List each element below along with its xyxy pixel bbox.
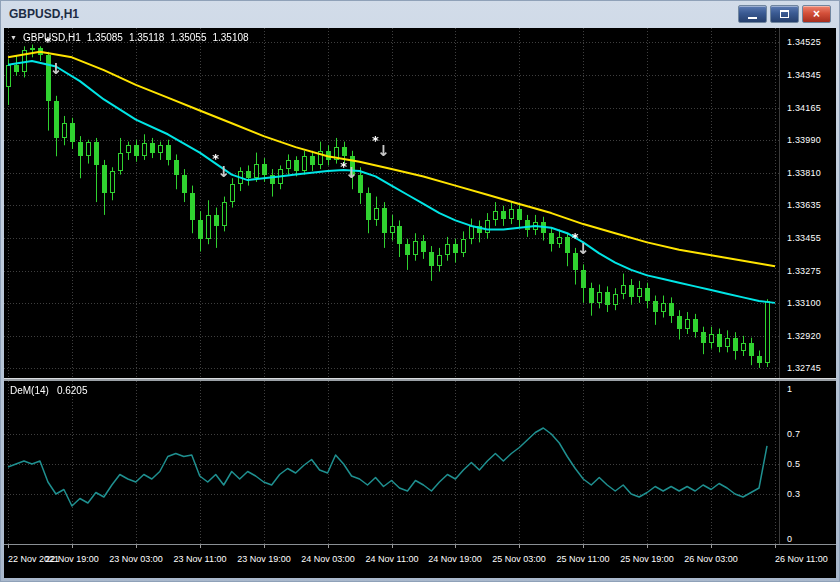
- dem-indicator-canvas[interactable]: [4, 381, 779, 544]
- price-axis[interactable]: 1.345251.343451.341651.339901.338101.336…: [779, 28, 836, 378]
- price-axis-label: 1.33275: [787, 266, 821, 276]
- indicator-axis-label: 1: [787, 384, 792, 394]
- indicator-value: 0.6205: [57, 385, 88, 396]
- time-axis-label: 23 Nov 03:00: [109, 554, 163, 564]
- window-titlebar[interactable]: GBPUSD,H1 ×: [0, 0, 840, 28]
- chart-client-area: ▼ GBPUSD,H1 1.35085 1.35118 1.35055 1.35…: [4, 28, 836, 578]
- close-icon: ×: [813, 8, 820, 20]
- time-axis-label: 22 Nov 19:00: [45, 554, 99, 564]
- price-axis-label: 1.32920: [787, 331, 821, 341]
- time-axis-tick: [583, 545, 584, 548]
- maximize-icon: [780, 10, 789, 18]
- time-axis-tick: [711, 545, 712, 548]
- time-axis-label: 24 Nov 19:00: [428, 554, 482, 564]
- quote-close: 1.35108: [212, 32, 248, 43]
- time-axis-tick: [328, 545, 329, 548]
- price-axis-label: 1.33455: [787, 233, 821, 243]
- price-axis-label: 1.34345: [787, 70, 821, 80]
- window-controls: ×: [738, 5, 831, 23]
- minimize-button[interactable]: [738, 5, 767, 23]
- price-axis-label: 1.33635: [787, 200, 821, 210]
- quote-symbol: GBPUSD,H1: [23, 32, 81, 43]
- time-axis-label: 25 Nov 03:00: [492, 554, 546, 564]
- time-axis-label: 23 Nov 11:00: [174, 554, 227, 564]
- close-button[interactable]: ×: [802, 5, 831, 23]
- time-axis-label: 26 Nov 11:00: [775, 554, 828, 564]
- price-axis-label: 1.33810: [787, 168, 821, 178]
- indicator-axis-label: 0.3: [787, 489, 800, 499]
- indicator-label: DeM(14) 0.6205: [10, 385, 88, 396]
- indicator-pane: DeM(14) 0.6205 10.70.50.30: [4, 381, 836, 544]
- time-axis-tick: [392, 545, 393, 548]
- price-chart-canvas[interactable]: [4, 28, 779, 378]
- time-axis-tick: [519, 545, 520, 548]
- time-axis-label: 24 Nov 03:00: [301, 554, 355, 564]
- time-axis-label: 23 Nov 19:00: [237, 554, 291, 564]
- minimize-icon: [748, 17, 757, 19]
- time-axis-tick: [72, 545, 73, 548]
- chart-window: GBPUSD,H1 × ▼ GBPUSD,H1 1.35085 1.35118 …: [0, 0, 840, 582]
- time-axis-tick: [264, 545, 265, 548]
- indicator-axis-label: 0: [787, 534, 792, 544]
- time-axis-label: 26 Nov 03:00: [684, 554, 738, 564]
- quote-high: 1.35118: [129, 32, 164, 43]
- price-axis-label: 1.32745: [787, 363, 821, 373]
- indicator-name: DeM(14): [10, 385, 49, 396]
- maximize-button[interactable]: [770, 5, 799, 23]
- time-axis-tick: [8, 545, 9, 548]
- time-axis-tick: [647, 545, 648, 548]
- price-axis-label: 1.33990: [787, 135, 821, 145]
- window-title: GBPUSD,H1: [9, 7, 79, 21]
- indicator-axis-label: 0.5: [787, 459, 800, 469]
- symbol-dropdown-icon[interactable]: ▼: [10, 34, 17, 41]
- price-chart-pane: ▼ GBPUSD,H1 1.35085 1.35118 1.35055 1.35…: [4, 28, 836, 378]
- time-axis[interactable]: 22 Nov 202122 Nov 19:0023 Nov 03:0023 No…: [4, 544, 836, 578]
- price-axis-label: 1.34525: [787, 37, 821, 47]
- time-axis-tick: [200, 545, 201, 548]
- time-axis-label: 25 Nov 11:00: [557, 554, 610, 564]
- indicator-axis[interactable]: 10.70.50.30: [779, 381, 836, 544]
- time-axis-label: 25 Nov 19:00: [620, 554, 674, 564]
- indicator-axis-label: 0.7: [787, 429, 800, 439]
- time-axis-tick: [775, 545, 776, 548]
- time-axis-tick: [136, 545, 137, 548]
- price-axis-label: 1.34165: [787, 103, 821, 113]
- time-axis-label: 24 Nov 11:00: [366, 554, 419, 564]
- time-axis-tick: [455, 545, 456, 548]
- quote-open: 1.35085: [87, 32, 123, 43]
- quote-line: ▼ GBPUSD,H1 1.35085 1.35118 1.35055 1.35…: [10, 32, 249, 43]
- quote-low: 1.35055: [170, 32, 206, 43]
- price-axis-label: 1.33100: [787, 298, 821, 308]
